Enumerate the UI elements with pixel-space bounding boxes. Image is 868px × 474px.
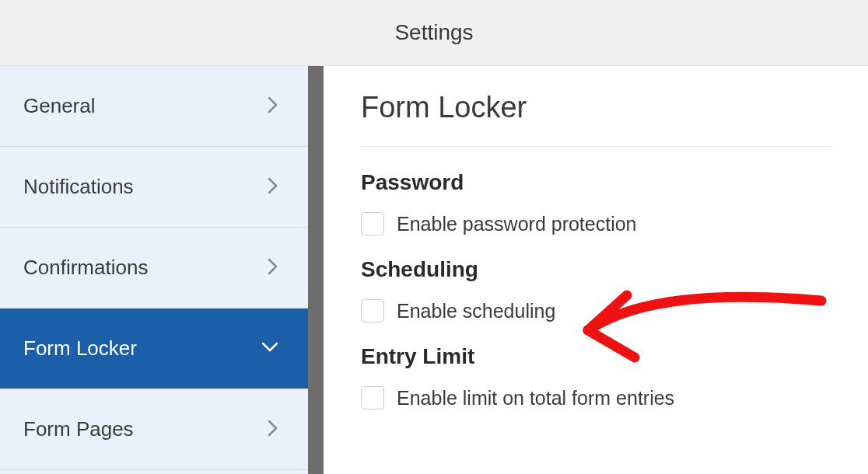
sidebar-item-label: Notifications xyxy=(23,175,134,199)
sidebar-item-confirmations[interactable]: Confirmations xyxy=(0,228,308,308)
checkbox-label: Enable password protection xyxy=(397,213,637,235)
sidebar-item-label: Confirmations xyxy=(23,256,148,280)
section-heading-scheduling: Scheduling xyxy=(361,257,831,282)
section-heading-entry-limit: Entry Limit xyxy=(361,344,831,369)
header: Settings xyxy=(0,0,868,66)
checkbox-enable-scheduling[interactable] xyxy=(361,299,384,322)
sidebar-item-form-locker[interactable]: Form Locker xyxy=(0,308,308,389)
sidebar-item-label: Form Pages xyxy=(23,417,134,441)
sidebar-item-general[interactable]: General xyxy=(0,66,308,147)
chevron-right-icon xyxy=(268,258,278,278)
sidebar-item-label: Form Locker xyxy=(23,336,137,361)
chevron-right-icon xyxy=(268,177,278,197)
sidebar: General Notifications Confirmations Form… xyxy=(0,66,308,474)
sidebar-item-label: General xyxy=(23,94,96,118)
page-header-title: Settings xyxy=(394,20,473,45)
chevron-right-icon xyxy=(268,96,278,117)
checkbox-enable-entry-limit[interactable] xyxy=(361,386,384,410)
checkbox-label: Enable scheduling xyxy=(397,300,555,322)
section-heading-password: Password xyxy=(361,170,831,195)
chevron-right-icon xyxy=(268,420,278,440)
sidebar-item-form-pages[interactable]: Form Pages xyxy=(0,389,308,470)
checkbox-row-password: Enable password protection xyxy=(361,212,831,235)
page-title: Form Locker xyxy=(361,91,831,147)
section-scheduling: Scheduling Enable scheduling xyxy=(361,257,831,322)
sidebar-item-notifications[interactable]: Notifications xyxy=(0,147,308,228)
content-area: General Notifications Confirmations Form… xyxy=(0,66,868,474)
section-entry-limit: Entry Limit Enable limit on total form e… xyxy=(361,344,831,410)
checkbox-row-entry-limit: Enable limit on total form entries xyxy=(361,386,831,410)
chevron-down-icon xyxy=(261,342,278,356)
checkbox-label: Enable limit on total form entries xyxy=(397,387,674,410)
section-password: Password Enable password protection xyxy=(361,170,831,235)
vertical-divider xyxy=(308,66,324,474)
checkbox-enable-password[interactable] xyxy=(361,212,384,235)
checkbox-row-scheduling: Enable scheduling xyxy=(361,299,831,322)
main-panel: Form Locker Password Enable password pro… xyxy=(324,66,868,474)
